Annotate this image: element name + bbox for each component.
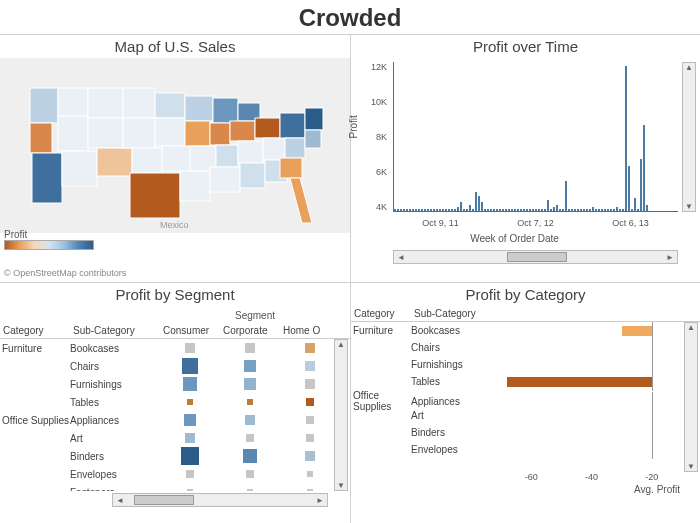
time-bar[interactable]	[532, 209, 534, 211]
time-chart[interactable]: Profit 12K10K8K6K4K Oct 9, 11Oct 7, 12Oc…	[351, 58, 700, 248]
segment-mark[interactable]	[305, 343, 315, 353]
time-bar[interactable]	[643, 125, 645, 211]
time-bar[interactable]	[502, 209, 504, 211]
segment-mark[interactable]	[305, 361, 315, 371]
time-bar[interactable]	[613, 209, 615, 211]
time-bar[interactable]	[448, 209, 450, 211]
time-bar[interactable]	[589, 209, 591, 211]
time-bar[interactable]	[523, 209, 525, 211]
time-bar[interactable]	[478, 196, 480, 211]
time-bar[interactable]	[595, 209, 597, 211]
segment-mark[interactable]	[245, 415, 255, 425]
time-bar[interactable]	[442, 209, 444, 211]
segment-mark[interactable]	[305, 379, 315, 389]
time-bar[interactable]	[409, 209, 411, 211]
segment-row[interactable]: Chairs	[0, 357, 350, 375]
time-bar[interactable]	[403, 209, 405, 211]
time-bar[interactable]	[625, 66, 627, 211]
segment-row[interactable]: FurnitureBookcases	[0, 339, 350, 357]
category-bar[interactable]	[622, 326, 652, 336]
time-bar[interactable]	[517, 209, 519, 211]
time-bar[interactable]	[568, 209, 570, 211]
segment-mark[interactable]	[243, 449, 257, 463]
time-bar[interactable]	[640, 159, 642, 211]
time-bar[interactable]	[412, 209, 414, 211]
time-bar[interactable]	[466, 209, 468, 211]
segment-row[interactable]: Furnishings	[0, 375, 350, 393]
time-bar[interactable]	[547, 200, 549, 211]
time-bar[interactable]	[511, 209, 513, 211]
segment-mark[interactable]	[185, 343, 195, 353]
time-bar[interactable]	[559, 209, 561, 211]
segment-mark[interactable]	[245, 343, 255, 353]
time-bar[interactable]	[400, 209, 402, 211]
segment-row[interactable]: Binders	[0, 447, 350, 465]
category-row[interactable]: Office SuppliesAppliances	[351, 390, 700, 407]
segment-mark[interactable]	[247, 489, 253, 491]
segment-mark[interactable]	[184, 414, 196, 426]
time-bar[interactable]	[424, 209, 426, 211]
time-bar[interactable]	[619, 209, 621, 211]
time-plot-area[interactable]	[393, 62, 678, 212]
time-bar[interactable]	[397, 209, 399, 211]
time-bar[interactable]	[577, 209, 579, 211]
segment-mark[interactable]	[182, 358, 198, 374]
time-vscrollbar[interactable]	[682, 62, 696, 212]
time-bar[interactable]	[505, 209, 507, 211]
time-bar[interactable]	[421, 209, 423, 211]
time-bar[interactable]	[583, 209, 585, 211]
time-bar[interactable]	[427, 209, 429, 211]
time-bar[interactable]	[598, 209, 600, 211]
time-bar[interactable]	[460, 202, 462, 211]
time-hscrollbar[interactable]: ◄►	[393, 250, 678, 264]
time-bar[interactable]	[538, 209, 540, 211]
time-bar[interactable]	[463, 209, 465, 211]
time-bar[interactable]	[622, 209, 624, 211]
time-bar[interactable]	[574, 209, 576, 211]
time-bar[interactable]	[526, 209, 528, 211]
time-bar[interactable]	[418, 209, 420, 211]
category-row[interactable]: FurnitureBookcases	[351, 322, 700, 339]
time-bar[interactable]	[475, 192, 477, 211]
category-row[interactable]: Binders	[351, 424, 700, 441]
time-bar[interactable]	[556, 205, 558, 211]
time-bar[interactable]	[541, 209, 543, 211]
time-bar[interactable]	[445, 209, 447, 211]
segment-row[interactable]: Fasteners	[0, 483, 350, 491]
time-bar[interactable]	[394, 209, 396, 211]
segment-mark[interactable]	[181, 447, 199, 465]
segment-mark[interactable]	[244, 360, 256, 372]
segment-mark[interactable]	[187, 399, 193, 405]
segment-mark[interactable]	[183, 377, 197, 391]
time-bar[interactable]	[592, 207, 594, 211]
segment-mark[interactable]	[246, 434, 254, 442]
time-bar[interactable]	[634, 198, 636, 211]
segment-body[interactable]: FurnitureBookcasesChairsFurnishingsTable…	[0, 339, 350, 491]
time-bar[interactable]	[469, 205, 471, 211]
time-bar[interactable]	[562, 209, 564, 211]
time-bar[interactable]	[436, 209, 438, 211]
time-bar[interactable]	[637, 209, 639, 211]
time-bar[interactable]	[553, 207, 555, 211]
time-bar[interactable]	[610, 209, 612, 211]
time-bar[interactable]	[481, 202, 483, 211]
time-bar[interactable]	[487, 209, 489, 211]
time-bar[interactable]	[628, 166, 630, 211]
time-bar[interactable]	[430, 209, 432, 211]
segment-mark[interactable]	[306, 434, 314, 442]
segment-mark[interactable]	[186, 470, 194, 478]
time-bar[interactable]	[646, 205, 648, 211]
segment-mark[interactable]	[187, 489, 193, 491]
time-bar[interactable]	[631, 209, 633, 211]
time-bar[interactable]	[601, 209, 603, 211]
time-bar[interactable]	[484, 209, 486, 211]
time-bar[interactable]	[586, 209, 588, 211]
us-map[interactable]: Mexico	[0, 58, 350, 233]
time-bar[interactable]	[616, 207, 618, 211]
segment-row[interactable]: Art	[0, 429, 350, 447]
time-bar[interactable]	[604, 209, 606, 211]
segment-row[interactable]: Envelopes	[0, 465, 350, 483]
segment-mark[interactable]	[305, 451, 315, 461]
segment-mark[interactable]	[307, 489, 313, 491]
segment-mark[interactable]	[306, 398, 314, 406]
